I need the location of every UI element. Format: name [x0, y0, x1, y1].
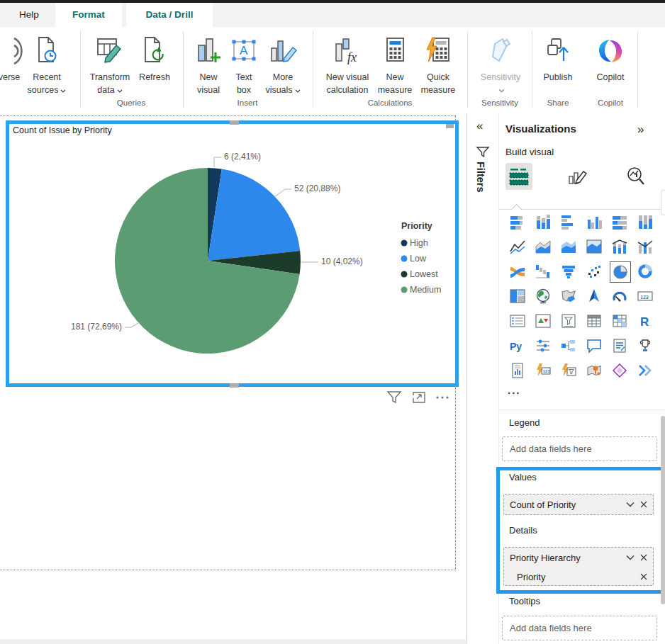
clustered-bar-chart-icon[interactable]: [559, 212, 579, 232]
tab-format[interactable]: Format: [55, 3, 122, 27]
dropdown-chevron-icon: [60, 89, 66, 93]
legend-title: Priority: [401, 221, 432, 231]
legend-item[interactable]: Medium: [410, 285, 441, 295]
matrix-icon[interactable]: [610, 311, 630, 331]
recent-sources-button[interactable]: Recentsources: [20, 31, 74, 111]
resize-handle-top-right[interactable]: [446, 124, 454, 128]
filter-icon[interactable]: [388, 392, 401, 402]
legend-item[interactable]: Low: [410, 254, 427, 264]
slicer-icon[interactable]: [559, 311, 579, 331]
funnel-chart-icon[interactable]: [559, 261, 579, 281]
scrollbar-thumb[interactable]: [661, 416, 665, 604]
paginated-report-icon[interactable]: [508, 361, 527, 380]
divider: [499, 409, 665, 410]
line-chart-icon[interactable]: [508, 237, 527, 256]
slicer-new-icon[interactable]: [559, 361, 579, 380]
azure-map-icon[interactable]: [584, 286, 604, 306]
ribbon-separator: [313, 31, 313, 108]
stacked-area-chart-icon[interactable]: [559, 237, 579, 256]
field-pill-count-of-priority[interactable]: Count of Priority: [503, 494, 654, 515]
decomposition-tree-icon[interactable]: [559, 336, 579, 356]
legend-bullet: [401, 271, 408, 278]
filters-pane-collapsed: « Filters: [467, 113, 499, 644]
tab-help[interactable]: Help: [13, 3, 45, 27]
filters-pane-label[interactable]: Filters: [475, 162, 486, 193]
smart-narrative-icon[interactable]: [610, 336, 630, 356]
ribbon-group-calculations: Calculations: [358, 98, 422, 107]
treemap-icon[interactable]: [508, 286, 527, 306]
tab-data-drill[interactable]: Data / Drill: [126, 3, 213, 27]
field-pill-priority-hierarchy[interactable]: Priority Hierarchy Priority: [503, 547, 654, 586]
pane-tabs: [504, 163, 665, 191]
remove-field-icon[interactable]: [640, 573, 647, 580]
resize-handle-bottom[interactable]: [230, 383, 239, 388]
more-visual-types[interactable]: ...: [508, 384, 521, 396]
pie-slice-low[interactable]: [208, 169, 300, 261]
python-icon[interactable]: Py: [508, 336, 527, 356]
kpi-icon[interactable]: [533, 311, 553, 331]
more-options-icon[interactable]: [436, 396, 448, 398]
pie-chart-icon[interactable]: [610, 261, 631, 283]
key-influencers-icon[interactable]: [533, 336, 553, 356]
multi-row-card-icon[interactable]: [508, 311, 527, 331]
tooltips-field-well[interactable]: Add data fields here: [502, 616, 657, 640]
build-visual-tab[interactable]: [505, 163, 532, 190]
filters-icon[interactable]: [476, 145, 490, 159]
svg-text:123: 123: [543, 369, 551, 373]
card-new-icon[interactable]: 123: [533, 361, 553, 380]
100-stacked-area-chart-icon[interactable]: [584, 237, 604, 256]
chevron-down-icon[interactable]: [626, 555, 635, 560]
area-chart-icon[interactable]: [533, 237, 553, 256]
format-visual-tab[interactable]: [564, 163, 591, 190]
100-stacked-column-chart-icon[interactable]: [635, 212, 655, 232]
expand-pane-icon[interactable]: »: [637, 123, 644, 137]
legend-item[interactable]: High: [410, 238, 428, 248]
power-automate-icon[interactable]: [635, 361, 655, 380]
remove-field-icon[interactable]: [640, 554, 647, 561]
new-visual-calculation-icon: fx: [332, 31, 363, 71]
stacked-column-chart-icon[interactable]: [533, 212, 553, 232]
table-icon[interactable]: [584, 311, 604, 331]
clustered-column-chart-icon[interactable]: [584, 212, 604, 232]
refresh-label: Refresh: [139, 71, 170, 84]
power-apps-icon[interactable]: [610, 361, 630, 380]
scrollbar-thumb[interactable]: [661, 190, 665, 215]
collapse-pane-icon[interactable]: «: [476, 119, 483, 133]
legend-bullet: [401, 287, 408, 293]
well-label-details: Details: [509, 525, 537, 536]
gauge-icon[interactable]: [610, 286, 630, 306]
visual-title: Count of Issue by Priority: [13, 125, 112, 135]
legend-field-well[interactable]: Add data fields here: [502, 436, 657, 461]
analytics-tab[interactable]: [622, 163, 649, 190]
qa-icon[interactable]: [584, 336, 604, 356]
metrics-icon[interactable]: [635, 336, 655, 356]
line-and-stacked-column-chart-icon[interactable]: [610, 237, 630, 256]
ribbon-separator: [637, 31, 638, 108]
pie-chart[interactable]: 6 (2,41%)52 (20,88%)10 (4,02%)181 (72,69…: [9, 124, 455, 383]
data-label: 181 (72,69%): [71, 322, 122, 332]
remove-field-icon[interactable]: [640, 501, 647, 508]
donut-chart-icon[interactable]: [635, 261, 655, 281]
focus-mode-icon[interactable]: [413, 392, 425, 402]
ribbon-chart-icon[interactable]: [508, 261, 527, 281]
canvas-bottom-strip: [0, 639, 466, 644]
map-icon[interactable]: [533, 286, 553, 306]
legend-item[interactable]: Lowest: [410, 269, 438, 279]
well-label-legend: Legend: [509, 417, 540, 428]
filled-map-icon[interactable]: [559, 286, 579, 306]
ribbon-group-share: Share: [530, 98, 586, 107]
waterfall-chart-icon[interactable]: [533, 261, 553, 281]
stacked-bar-chart-icon[interactable]: [508, 212, 527, 232]
100-stacked-bar-chart-icon[interactable]: [610, 212, 630, 232]
arcgis-map-icon[interactable]: [584, 361, 604, 380]
scatter-chart-icon[interactable]: [584, 261, 604, 281]
pie-chart-visual[interactable]: Count of Issue by Priority 6 (2,41%)52 (…: [6, 120, 459, 387]
r-script-icon[interactable]: R: [635, 311, 655, 331]
ribbon-group-insert: Insert: [219, 98, 276, 107]
line-and-clustered-column-chart-icon[interactable]: [635, 237, 655, 256]
card-icon[interactable]: 123: [635, 286, 655, 306]
chevron-down-icon[interactable]: [626, 502, 635, 507]
svg-text:123: 123: [640, 295, 649, 300]
resize-handle-top[interactable]: [230, 120, 239, 125]
report-canvas[interactable]: Count of Issue by Priority 6 (2,41%)52 (…: [0, 113, 466, 644]
